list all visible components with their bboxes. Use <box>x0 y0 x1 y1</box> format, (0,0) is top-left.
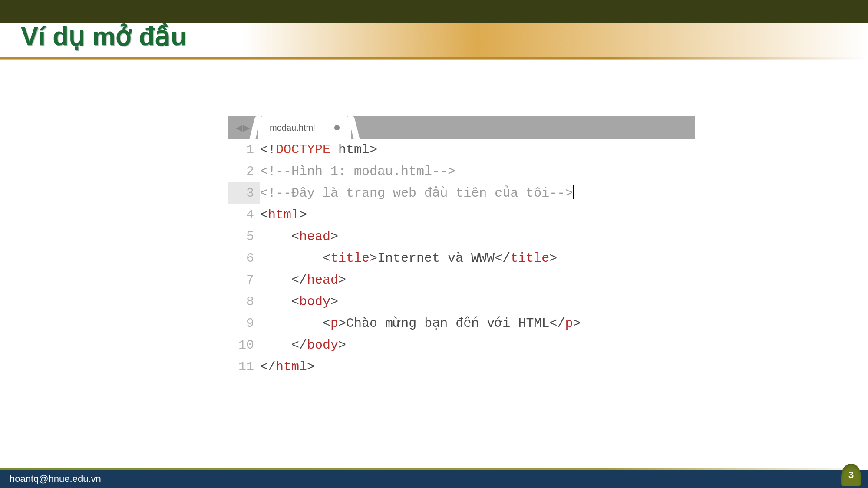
line-number: 1 <box>228 139 260 161</box>
code-content[interactable]: <head> <box>260 226 338 247</box>
line-number: 4 <box>228 204 260 226</box>
line-number: 9 <box>228 313 260 334</box>
code-line[interactable]: 1<!DOCTYPE html> <box>228 139 695 161</box>
page-number-badge: 3 <box>841 464 861 486</box>
code-line[interactable]: 7 </head> <box>228 269 695 291</box>
line-number: 10 <box>228 334 260 356</box>
code-line[interactable]: 10 </body> <box>228 334 695 356</box>
line-number: 2 <box>228 161 260 182</box>
title-underline-thin <box>0 59 868 60</box>
code-line[interactable]: 11</html> <box>228 356 695 378</box>
line-number: 5 <box>228 226 260 247</box>
code-line[interactable]: 6 <title>Internet và WWW</title> <box>228 247 695 269</box>
code-line[interactable]: 9 <p>Chào mừng bạn đến với HTML</p> <box>228 313 695 334</box>
page-number: 3 <box>848 469 854 481</box>
slide-title: Ví dụ mở đầu <box>21 21 187 51</box>
line-number: 8 <box>228 291 260 313</box>
top-dark-bar <box>0 0 868 23</box>
code-line[interactable]: 4<html> <box>228 204 695 226</box>
code-content[interactable]: <!DOCTYPE html> <box>260 139 377 161</box>
code-line[interactable]: 8 <body> <box>228 291 695 313</box>
code-line[interactable]: 3<!--Đây là trang web đầu tiên của tôi--… <box>228 182 695 204</box>
footer-bar: hoantq@hnue.edu.vn <box>0 470 868 488</box>
editor-tab-label: modau.html <box>270 123 315 133</box>
code-content[interactable]: <body> <box>260 291 338 313</box>
modified-indicator-icon <box>334 125 340 130</box>
code-area[interactable]: 1<!DOCTYPE html>2<!--Hình 1: modau.html-… <box>228 139 695 378</box>
code-content[interactable]: <html> <box>260 204 307 226</box>
code-content[interactable]: </html> <box>260 356 315 378</box>
editor-tab-bar: ◀ ▶ modau.html <box>228 116 695 139</box>
editor-tab[interactable]: modau.html <box>258 116 351 139</box>
line-number: 11 <box>228 356 260 378</box>
code-line[interactable]: 5 <head> <box>228 226 695 247</box>
code-content[interactable]: <!--Hình 1: modau.html--> <box>260 161 455 182</box>
text-cursor <box>573 185 574 199</box>
nav-prev-icon[interactable]: ◀ <box>236 122 242 133</box>
code-line[interactable]: 2<!--Hình 1: modau.html--> <box>228 161 695 182</box>
nav-next-icon[interactable]: ▶ <box>243 122 250 133</box>
line-number: 6 <box>228 247 260 269</box>
code-content[interactable]: <p>Chào mừng bạn đến với HTML</p> <box>260 313 581 334</box>
code-content[interactable]: </body> <box>260 334 346 356</box>
code-content[interactable]: <title>Internet và WWW</title> <box>260 247 557 269</box>
code-content[interactable]: <!--Đây là trang web đầu tiên của tôi--> <box>260 182 574 204</box>
code-editor: ◀ ▶ modau.html 1<!DOCTYPE html>2<!--Hình… <box>228 116 695 378</box>
footer-email: hoantq@hnue.edu.vn <box>10 473 101 485</box>
line-number: 7 <box>228 269 260 291</box>
line-number: 3 <box>228 182 260 204</box>
code-content[interactable]: </head> <box>260 269 346 291</box>
